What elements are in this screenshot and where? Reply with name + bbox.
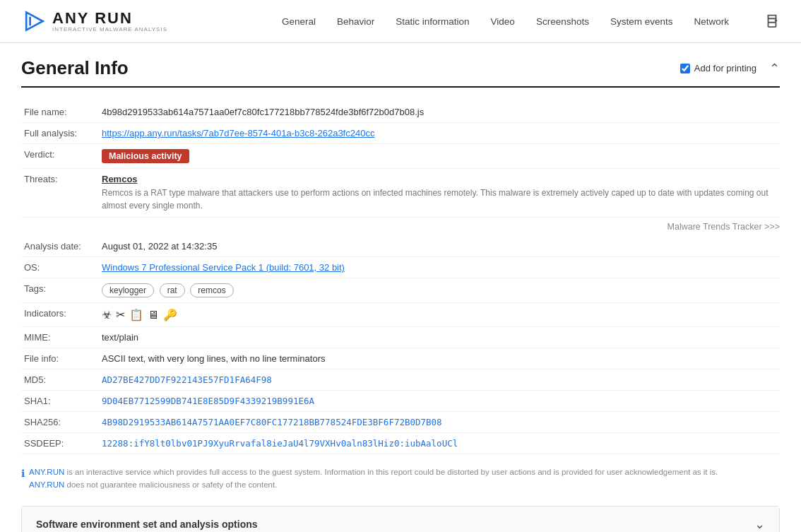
- file-info-row: File info: ASCII text, with very long li…: [21, 348, 780, 370]
- disclaimer-text-2: does not guarantee maliciousness or safe…: [66, 480, 277, 489]
- mime-row: MIME: text/plain: [21, 327, 780, 348]
- software-env-title: Software environment set and analysis op…: [36, 519, 258, 530]
- md5-row: MD5: AD27BE427DD7F922143E57FD1FA64F98: [21, 370, 780, 391]
- tags-row: Tags: keylogger rat remcos: [21, 278, 780, 303]
- verdict-label: Verdict:: [21, 144, 99, 169]
- logo-icon: [21, 8, 47, 34]
- mime-value: text/plain: [99, 327, 780, 348]
- disclaimer: ℹ ANY.RUN is an interactive service whic…: [21, 466, 780, 492]
- malware-tracker-anchor[interactable]: Malware Trends Tracker >>>: [668, 222, 780, 232]
- nav-general[interactable]: General: [282, 16, 316, 27]
- analysis-date-value: August 01, 2022 at 14:32:35: [99, 236, 780, 257]
- os-row: OS: Windows 7 Professional Service Pack …: [21, 257, 780, 278]
- analysis-date-label: Analysis date:: [21, 236, 99, 257]
- tag-remcos[interactable]: remcos: [190, 283, 233, 297]
- collapse-button[interactable]: ⌃: [769, 61, 780, 76]
- anyrun-link-1[interactable]: ANY.RUN: [29, 468, 64, 476]
- logo-text-main: ANY RUN: [52, 10, 167, 27]
- threats-label: Threats:: [21, 169, 99, 218]
- indicator-clipboard-icon: 📋: [129, 308, 143, 321]
- print-icon[interactable]: [764, 13, 780, 30]
- file-info-label: File info:: [21, 348, 99, 370]
- sha256-label: SHA256:: [21, 412, 99, 433]
- sha256-value: 4B98D2919533AB614A7571AA0EF7C80FC177218B…: [102, 417, 442, 427]
- indicator-monitor-icon: 🖥: [148, 309, 159, 321]
- indicators-row: Indicators: ☣ ✂ 📋 🖥 🔑: [21, 303, 780, 327]
- info-icon: ℹ: [21, 466, 25, 492]
- file-info-value: ASCII text, with very long lines, with n…: [99, 348, 780, 370]
- os-label: OS:: [21, 257, 99, 278]
- section-header: General Info Add for printing ⌃: [21, 57, 780, 88]
- file-name-label: File name:: [21, 102, 99, 123]
- malware-tracker-link[interactable]: Malware Trends Tracker >>>: [21, 218, 780, 236]
- nav-video[interactable]: Video: [491, 16, 515, 27]
- verdict-badge: Malicious activity: [102, 149, 189, 163]
- info-table: File name: 4b98d2919533ab614a7571aa0ef7c…: [21, 102, 780, 218]
- ssdeep-label: SSDEEP:: [21, 433, 99, 454]
- sha1-row: SHA1: 9D04EB7712599DB741E8E85D9F4339219B…: [21, 391, 780, 412]
- ssdeep-value: 12288:ifY8lt0lbv01PJ9XyuRrvafal8ieJaU4l7…: [102, 438, 458, 449]
- os-value: Windows 7 Professional Service Pack 1 (b…: [102, 262, 345, 273]
- sha1-value: 9D04EB7712599DB741E8E85D9F4339219B991E6A: [102, 396, 314, 406]
- sha1-label: SHA1:: [21, 391, 99, 412]
- indicator-key-icon: 🔑: [163, 308, 177, 321]
- svg-rect-2: [769, 22, 776, 26]
- tag-keylogger[interactable]: keylogger: [102, 283, 154, 297]
- analysis-date-row: Analysis date: August 01, 2022 at 14:32:…: [21, 236, 780, 257]
- nav-network[interactable]: Network: [694, 16, 729, 27]
- full-analysis-label: Full analysis:: [21, 123, 99, 144]
- add-for-printing-checkbox[interactable]: [680, 64, 690, 73]
- verdict-row: Verdict: Malicious activity: [21, 144, 780, 169]
- logo: ANY RUN INTERACTIVE MALWARE ANALYSIS: [21, 8, 167, 34]
- full-analysis-link[interactable]: https://app.any.run/tasks/7ab7d7ee-8574-…: [102, 128, 374, 138]
- chevron-down-icon: ⌄: [754, 516, 765, 532]
- svg-marker-0: [26, 12, 42, 30]
- threats-description: Remcos is a RAT type malware that attack…: [102, 187, 777, 212]
- mime-label: MIME:: [21, 327, 99, 348]
- md5-label: MD5:: [21, 370, 99, 391]
- indicators-icons: ☣ ✂ 📋 🖥 🔑: [102, 308, 777, 321]
- indicator-biohazard-icon: ☣: [102, 308, 112, 321]
- nav-behavior[interactable]: Behavior: [337, 16, 374, 27]
- nav-screenshots[interactable]: Screenshots: [536, 16, 589, 27]
- file-name-value: 4b98d2919533ab614a7571aa0ef7c80fc177218b…: [99, 102, 780, 123]
- tags-container: keylogger rat remcos: [99, 278, 780, 303]
- indicator-scissors-icon: ✂: [116, 308, 125, 321]
- svg-point-3: [776, 20, 777, 21]
- logo-text-sub: INTERACTIVE MALWARE ANALYSIS: [52, 27, 167, 33]
- main-nav: General Behavior Static information Vide…: [282, 13, 780, 30]
- full-analysis-row: Full analysis: https://app.any.run/tasks…: [21, 123, 780, 144]
- info-table-2: Analysis date: August 01, 2022 at 14:32:…: [21, 236, 780, 454]
- file-name-row: File name: 4b98d2919533ab614a7571aa0ef7c…: [21, 102, 780, 123]
- add-for-printing-option[interactable]: Add for printing: [680, 63, 756, 73]
- tag-rat[interactable]: rat: [160, 283, 185, 297]
- anyrun-link-2[interactable]: ANY.RUN: [29, 480, 64, 489]
- main-header: ANY RUN INTERACTIVE MALWARE ANALYSIS Gen…: [0, 0, 801, 43]
- nav-static[interactable]: Static information: [396, 16, 469, 27]
- threats-name[interactable]: Remcos: [102, 174, 777, 184]
- software-env-section: Software environment set and analysis op…: [21, 506, 780, 532]
- disclaimer-text: ANY.RUN is an interactive service which …: [29, 466, 718, 492]
- indicators-label: Indicators:: [21, 303, 99, 327]
- sha256-row: SHA256: 4B98D2919533AB614A7571AA0EF7C80F…: [21, 412, 780, 433]
- threats-row: Threats: Remcos Remcos is a RAT type mal…: [21, 169, 780, 218]
- main-content: General Info Add for printing ⌃ File nam…: [0, 43, 801, 532]
- nav-system-events[interactable]: System events: [610, 16, 673, 27]
- disclaimer-text-1: is an interactive service which provides…: [66, 468, 718, 476]
- add-for-printing-label: Add for printing: [694, 63, 756, 73]
- ssdeep-row: SSDEEP: 12288:ifY8lt0lbv01PJ9XyuRrvafal8…: [21, 433, 780, 454]
- section-title: General Info: [21, 57, 129, 79]
- software-env-header[interactable]: Software environment set and analysis op…: [22, 507, 779, 532]
- tags-label: Tags:: [21, 278, 99, 303]
- md5-value: AD27BE427DD7F922143E57FD1FA64F98: [102, 374, 272, 385]
